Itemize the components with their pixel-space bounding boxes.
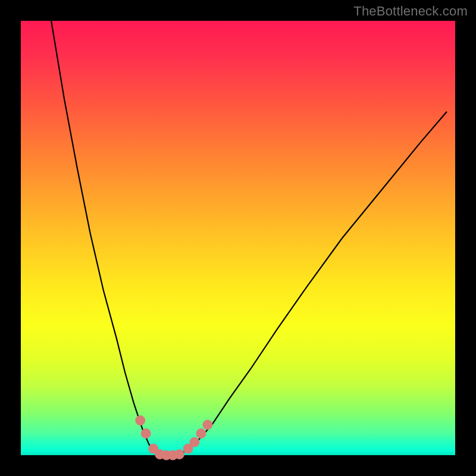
data-marker — [196, 429, 206, 439]
curve-layer — [21, 21, 455, 455]
data-marker — [174, 450, 184, 459]
data-marker — [203, 420, 212, 430]
plot-area — [21, 21, 455, 455]
bottleneck-curve — [51, 21, 446, 455]
data-marker — [136, 416, 145, 425]
data-marker — [141, 429, 151, 439]
chart-frame: TheBottleneck.com — [0, 0, 476, 476]
watermark-label: TheBottleneck.com — [353, 4, 468, 19]
data-marker — [190, 437, 199, 447]
marker-group — [136, 416, 212, 460]
